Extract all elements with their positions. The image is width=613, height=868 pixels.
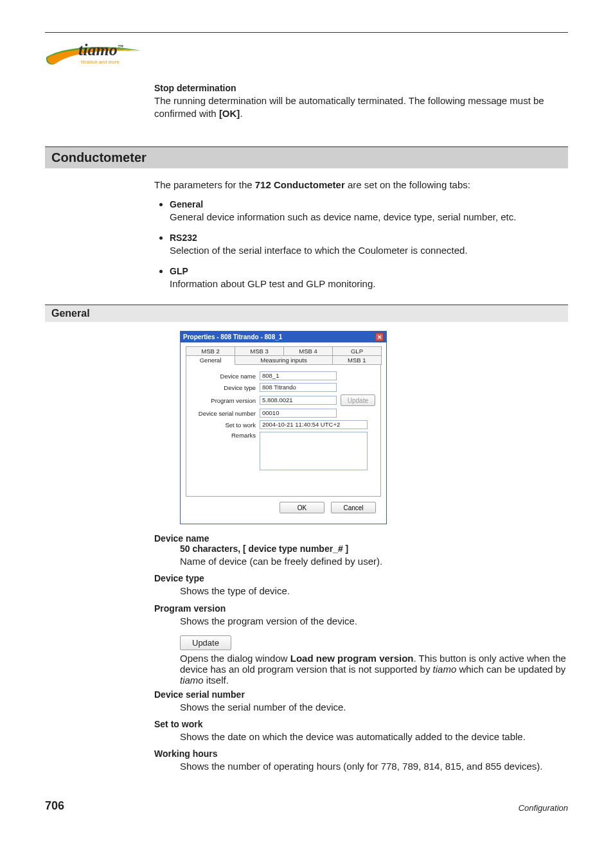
def-device-type: Device type Shows the type of device.: [154, 573, 568, 598]
label-program-version: Program version: [191, 397, 260, 404]
def-set-to-work: Set to work Shows the date on which the …: [154, 719, 568, 743]
label-serial-number: Device serial number: [191, 410, 260, 417]
serial-number-field: 00010: [260, 409, 337, 418]
tab-msb3[interactable]: MSB 3: [235, 346, 284, 355]
remarks-field[interactable]: [260, 432, 368, 470]
label-device-type: Device type: [191, 384, 260, 391]
device-type-field: 808 Titrando: [260, 383, 337, 392]
tab-msb4[interactable]: MSB 4: [283, 346, 333, 355]
logo: tiamo™ titration and more: [45, 40, 568, 67]
conductometer-intro: The parameters for the 712 Conductometer…: [77, 179, 568, 191]
stop-determination-label: Stop determination: [154, 83, 568, 93]
tab-msb2[interactable]: MSB 2: [186, 346, 235, 355]
cancel-button[interactable]: Cancel: [331, 502, 376, 513]
def-update-text: Opens the dialog window Load new program…: [180, 653, 568, 686]
properties-dialog: Properties - 808 Titrando - 808_1 ✕ MSB …: [180, 331, 387, 524]
logo-tm: ™: [118, 44, 123, 50]
list-item: RS232 Selection of the serial interface …: [170, 231, 568, 257]
close-icon[interactable]: ✕: [375, 333, 384, 341]
update-button-graphic: Update: [154, 633, 568, 653]
def-serial-number: Device serial number Shows the serial nu…: [154, 689, 568, 714]
def-program-version: Program version Shows the program versio…: [154, 603, 568, 628]
label-remarks: Remarks: [191, 432, 260, 439]
page-number: 706: [45, 799, 64, 813]
label-device-name: Device name: [191, 373, 260, 380]
conductometer-tabs-list: General General device information such …: [170, 198, 568, 290]
list-item: GLP Information about GLP test and GLP m…: [170, 265, 568, 290]
label-set-to-work: Set to work: [191, 421, 260, 429]
def-working-hours: Working hours Shows the number of operat…: [154, 748, 568, 773]
update-button[interactable]: Update: [341, 394, 375, 406]
tab-panel-general: Device name 808_1 Device type 808 Titran…: [186, 364, 381, 497]
stop-determination-text: The running determination will be automa…: [154, 94, 568, 121]
ok-button[interactable]: OK: [280, 502, 324, 513]
program-version-field: 5.808.0021: [260, 396, 337, 405]
dialog-titlebar: Properties - 808 Titrando - 808_1 ✕: [181, 332, 386, 342]
tab-general[interactable]: General: [186, 355, 235, 365]
tab-measuring-inputs[interactable]: Measuring inputs: [235, 355, 333, 365]
footer-section: Configuration: [519, 803, 568, 813]
general-heading: General: [45, 305, 568, 322]
tab-glp[interactable]: GLP: [332, 346, 382, 355]
tab-msb1[interactable]: MSB 1: [332, 355, 382, 365]
list-item: General General device information such …: [170, 198, 568, 224]
logo-text: tiamo: [78, 40, 118, 59]
device-name-field[interactable]: 808_1: [260, 371, 337, 380]
set-to-work-field: 2004-10-21 11:40:54 UTC+2: [260, 420, 368, 429]
conductometer-heading: Conductometer: [45, 146, 568, 168]
dialog-title-text: Properties - 808 Titrando - 808_1: [183, 333, 282, 341]
def-device-name: Device name 50 characters, [ device type…: [154, 533, 568, 568]
logo-tagline: titration and more: [81, 60, 120, 64]
